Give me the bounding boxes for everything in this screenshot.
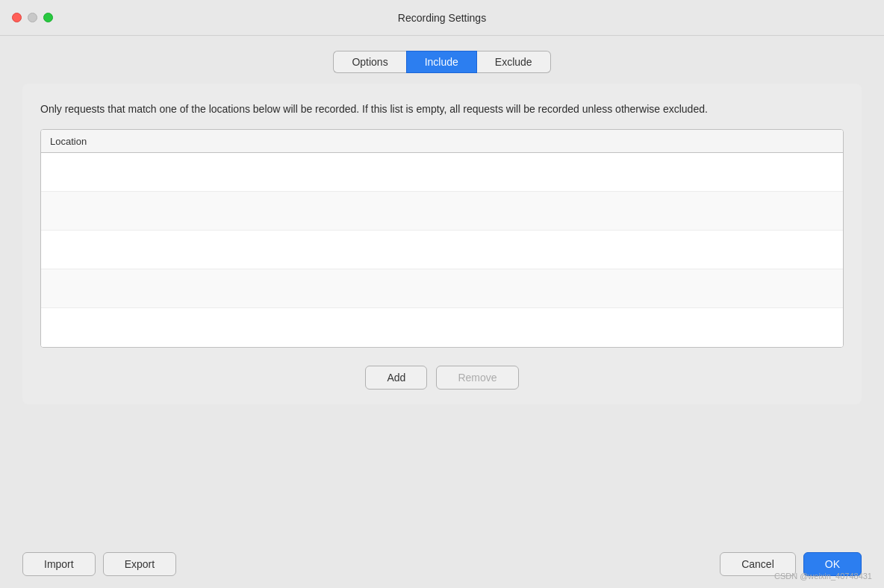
tab-exclude[interactable]: Exclude xyxy=(477,51,551,73)
description-text: Only requests that match one of the loca… xyxy=(40,101,844,117)
remove-button[interactable]: Remove xyxy=(436,366,518,390)
tab-bar: Options Include Exclude xyxy=(333,51,550,73)
window-title: Recording Settings xyxy=(398,12,486,24)
footer: Import Export Cancel OK xyxy=(0,540,884,588)
add-remove-buttons: Add Remove xyxy=(40,366,844,390)
footer-left: Import Export xyxy=(22,552,176,576)
table-body xyxy=(41,153,843,347)
table-row[interactable] xyxy=(41,269,843,308)
settings-panel: Only requests that match one of the loca… xyxy=(22,84,862,404)
close-button[interactable] xyxy=(12,13,22,22)
table-row[interactable] xyxy=(41,231,843,269)
table-row[interactable] xyxy=(41,153,843,192)
location-table: Location xyxy=(40,129,844,348)
tab-options[interactable]: Options xyxy=(333,51,405,73)
watermark: CSDN @weixin_40748431 xyxy=(774,572,872,581)
export-button[interactable]: Export xyxy=(103,552,176,576)
table-header: Location xyxy=(41,130,843,153)
table-row[interactable] xyxy=(41,308,843,347)
title-bar: Recording Settings xyxy=(0,0,884,36)
minimize-button[interactable] xyxy=(28,13,37,22)
location-column-header: Location xyxy=(50,136,87,147)
table-row[interactable] xyxy=(41,192,843,231)
tab-include[interactable]: Include xyxy=(406,51,477,73)
window-controls xyxy=(12,13,53,22)
maximize-button[interactable] xyxy=(43,13,53,22)
add-button[interactable]: Add xyxy=(365,366,427,390)
main-content: Options Include Exclude Only requests th… xyxy=(0,36,884,540)
import-button[interactable]: Import xyxy=(22,552,96,576)
